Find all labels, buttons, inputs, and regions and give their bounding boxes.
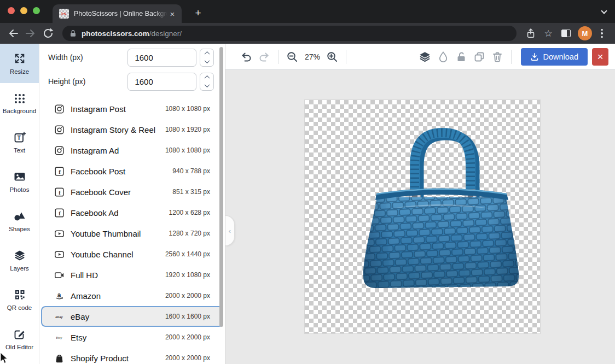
fullscreen-window-button[interactable] xyxy=(33,7,40,14)
zoom-level: 27% xyxy=(305,52,320,61)
instagram-icon xyxy=(54,146,64,155)
width-decrement-icon[interactable] xyxy=(200,57,213,66)
preset-etsy[interactable]: Etsy Etsy 2000 x 2000 px xyxy=(41,327,223,348)
collapse-chevron-icon: ‹ xyxy=(229,227,231,235)
preset-shopify-product[interactable]: Shopify Product 2000 x 2000 px xyxy=(41,348,223,364)
close-tab-icon[interactable]: × xyxy=(167,9,177,19)
preset-name: Shopify Product xyxy=(71,354,165,363)
instagram-icon xyxy=(54,125,64,134)
sidebar-item-photos[interactable]: Photos xyxy=(0,162,39,201)
preset-full-hd[interactable]: Full HD 1920 x 1080 px xyxy=(41,265,223,285)
preset-list: Instagram Post 1080 x 1080 px Instagram … xyxy=(39,98,225,364)
layers-tool-icon[interactable] xyxy=(419,50,432,64)
width-increment-icon[interactable] xyxy=(200,49,213,58)
preset-instagram-post[interactable]: Instagram Post 1080 x 1080 px xyxy=(41,98,223,119)
facebook-icon: f xyxy=(54,167,64,176)
share-icon[interactable] xyxy=(522,25,539,42)
canvas-area: ‹ xyxy=(225,70,615,364)
sidebar-item-text[interactable]: T Text xyxy=(0,122,39,162)
new-tab-button[interactable]: + xyxy=(190,5,206,21)
blur-droplet-icon[interactable] xyxy=(437,50,450,64)
preset-name: Full HD xyxy=(71,271,165,280)
handbag-image[interactable] xyxy=(305,100,540,333)
preset-amazon[interactable]: a Amazon 2000 x 2000 px xyxy=(41,285,223,306)
height-decrement-icon[interactable] xyxy=(200,81,213,90)
address-bar[interactable]: photoscissors.com/designer/ xyxy=(62,26,517,41)
preset-facebook-ad[interactable]: f Facebook Ad 1200 x 628 px xyxy=(41,202,223,223)
preset-youtube-channel[interactable]: Youtube Channel 2560 x 1440 px xyxy=(41,244,223,265)
preset-ebay[interactable]: ebay eBay 1600 x 1600 px xyxy=(41,306,223,327)
photoscissors-favicon-icon: ✂ xyxy=(59,9,69,19)
back-button[interactable] xyxy=(4,25,22,42)
preset-name: eBay xyxy=(71,312,165,321)
width-input[interactable] xyxy=(127,49,196,67)
preset-name: Amazon xyxy=(71,291,165,301)
facebook-icon: f xyxy=(54,208,64,218)
height-input[interactable] xyxy=(127,73,196,91)
panel-scrollbar[interactable] xyxy=(219,47,223,327)
preset-name: Facebook Post xyxy=(71,167,172,176)
sidebar-item-background[interactable]: Background xyxy=(0,83,39,122)
unlock-icon[interactable] xyxy=(455,50,468,64)
tab-title: PhotoScissors | Online Backgro xyxy=(74,10,167,17)
transparent-canvas[interactable] xyxy=(305,100,540,333)
zoom-out-button[interactable] xyxy=(286,50,299,64)
sidebar-item-qr-code[interactable]: QR code xyxy=(0,280,39,319)
svg-text:a: a xyxy=(57,291,61,299)
svg-text:f: f xyxy=(59,189,61,196)
svg-text:Etsy: Etsy xyxy=(56,335,62,339)
browser-tab[interactable]: ✂ PhotoScissors | Online Backgro × xyxy=(53,4,182,23)
preset-youtube-thumbnail[interactable]: Youtube Thumbnail 1280 x 720 px xyxy=(41,223,223,244)
svg-text:f: f xyxy=(59,210,61,216)
download-button[interactable]: Download xyxy=(521,48,588,66)
profile-avatar[interactable]: M xyxy=(578,26,592,40)
height-label: Height (px) xyxy=(48,77,127,86)
bookmark-star-icon[interactable]: ☆ xyxy=(539,25,557,42)
sidebar-item-resize[interactable]: Resize xyxy=(0,44,39,83)
preset-facebook-cover[interactable]: f Facebook Cover 851 x 315 px xyxy=(41,181,223,202)
preset-instagram-ad[interactable]: Instagram Ad 1080 x 1080 px xyxy=(41,140,223,161)
add-text-icon: T xyxy=(14,131,26,143)
side-panel-icon[interactable] xyxy=(557,25,575,42)
duplicate-icon[interactable] xyxy=(473,50,486,64)
sidebar-item-label: Background xyxy=(3,108,36,114)
height-increment-icon[interactable] xyxy=(200,73,213,82)
browser-navbar: photoscissors.com/designer/ ☆ M xyxy=(0,23,615,44)
tab-strip: ✂ PhotoScissors | Online Backgro × + xyxy=(0,0,615,23)
forward-button[interactable] xyxy=(22,25,39,42)
facebook-icon: f xyxy=(54,187,64,197)
reload-button[interactable] xyxy=(39,25,57,42)
delete-trash-icon[interactable] xyxy=(491,50,504,64)
sidebar-item-layers[interactable]: Layers xyxy=(0,240,39,280)
sidebar-item-label: Layers xyxy=(10,265,29,272)
undo-button[interactable] xyxy=(240,50,253,64)
browser-menu-icon[interactable] xyxy=(595,25,608,42)
minimize-window-button[interactable] xyxy=(20,7,27,14)
preset-size: 1080 x 1080 px xyxy=(165,146,210,154)
preset-name: Instagram Story & Reel xyxy=(71,125,165,134)
object-tools: Download × xyxy=(419,48,609,66)
preset-facebook-post[interactable]: f Facebook Post 940 x 788 px xyxy=(41,161,223,181)
tab-search-chevron-icon[interactable] xyxy=(602,9,607,14)
editor-area: 27% xyxy=(225,44,615,364)
resize-icon xyxy=(14,52,26,64)
preset-name: Instagram Ad xyxy=(71,146,165,155)
zoom-in-button[interactable] xyxy=(326,50,339,64)
panel-collapse-handle[interactable]: ‹ xyxy=(225,215,235,246)
height-stepper[interactable] xyxy=(200,73,214,91)
width-stepper[interactable] xyxy=(200,49,214,67)
ebay-icon: ebay xyxy=(54,312,64,321)
preset-size: 940 x 788 px xyxy=(172,167,210,175)
height-row: Height (px) xyxy=(39,72,225,91)
preset-instagram-story-reel[interactable]: Instagram Story & Reel 1080 x 1920 px xyxy=(41,119,223,140)
redo-button[interactable] xyxy=(258,50,271,64)
etsy-icon: Etsy xyxy=(54,333,64,342)
preset-name: Facebook Cover xyxy=(71,187,172,197)
preset-size: 1280 x 720 px xyxy=(169,230,210,237)
sidebar-item-label: QR code xyxy=(7,304,32,311)
close-editor-button[interactable]: × xyxy=(592,48,608,66)
amazon-icon: a xyxy=(54,291,64,301)
mouse-cursor-icon xyxy=(0,353,9,364)
sidebar-item-shapes[interactable]: Shapes xyxy=(0,201,39,240)
close-window-button[interactable] xyxy=(8,7,15,14)
